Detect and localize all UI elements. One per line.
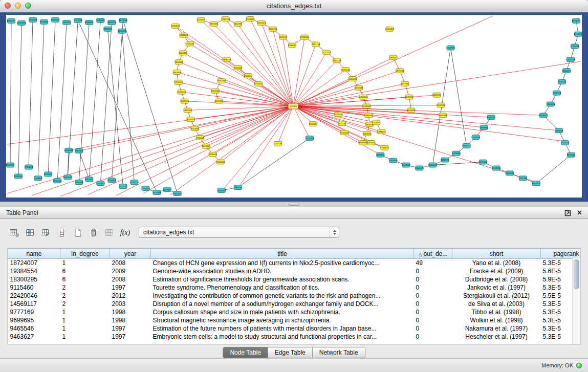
- graph-node[interactable]: 1285945: [377, 129, 386, 134]
- graph-node[interactable]: 1022045: [402, 163, 410, 167]
- graph-node[interactable]: 1785345: [380, 145, 389, 150]
- graph-node[interactable]: 9452402: [173, 191, 182, 196]
- graph-node[interactable]: 3067245: [211, 89, 220, 93]
- cell-year[interactable]: 1997: [110, 333, 151, 341]
- cell-in_degree[interactable]: 1: [60, 316, 110, 324]
- graph-node[interactable]: 1736455: [107, 178, 116, 183]
- graph-node[interactable]: 1242204: [567, 57, 575, 62]
- new-table-button[interactable]: [71, 226, 84, 240]
- graph-node[interactable]: 1849545: [432, 93, 441, 97]
- cell-in_degree[interactable]: 6: [60, 275, 110, 283]
- table-row[interactable]: 1872400712008Changes of HCN gene express…: [8, 259, 581, 268]
- cell-name[interactable]: 18300295: [8, 275, 60, 283]
- cell-out_degree[interactable]: 0: [414, 283, 452, 292]
- column-header-pagerank[interactable]: pagerank: [541, 249, 581, 259]
- cell-in_degree[interactable]: 6: [60, 267, 110, 275]
- graph-node[interactable]: 1275145: [174, 80, 183, 84]
- cell-out_degree[interactable]: 0: [414, 333, 452, 341]
- graph-node[interactable]: 1420445: [179, 51, 187, 55]
- graph-node[interactable]: 1938455: [103, 27, 112, 31]
- cell-in_degree[interactable]: 2: [60, 292, 110, 300]
- graph-node[interactable]: 8549345: [405, 95, 413, 99]
- graph-node[interactable]: 2080745: [487, 115, 496, 120]
- graph-node[interactable]: 1961745: [312, 42, 320, 47]
- graph-node[interactable]: 1664745: [234, 21, 243, 26]
- table-row[interactable]: 946362711997Embryonic stem cells: a mode…: [8, 333, 581, 341]
- graph-node[interactable]: 1274045: [452, 151, 461, 156]
- cell-out_degree[interactable]: 0: [414, 316, 452, 324]
- cell-title[interactable]: Structural magnetic resonance image aver…: [151, 316, 414, 324]
- graph-node[interactable]: 2671345: [217, 78, 226, 83]
- graph-node[interactable]: 2002945: [217, 188, 226, 193]
- cell-year[interactable]: 2009: [110, 267, 151, 275]
- graph-node[interactable]: 1902903: [96, 181, 105, 186]
- graph-node[interactable]: 1845045: [567, 152, 576, 157]
- minimize-window-button[interactable]: [15, 3, 21, 9]
- table-row[interactable]: 911546021997Tourette syndrome. Phenomeno…: [8, 283, 581, 292]
- cell-out_degree[interactable]: 0: [414, 308, 452, 316]
- cell-in_degree[interactable]: 1: [60, 333, 110, 341]
- graph-node[interactable]: 1854945: [363, 132, 372, 136]
- graph-node[interactable]: 9154645: [574, 32, 582, 36]
- graph-node[interactable]: 1621345: [183, 108, 192, 113]
- graph-node[interactable]: 1456911: [62, 20, 71, 25]
- graph-node[interactable]: 2240045: [197, 17, 206, 22]
- cell-short[interactable]: de Silva et al. (2003): [452, 300, 541, 308]
- vertical-scrollbar[interactable]: [572, 258, 580, 344]
- graph-node[interactable]: 1210345: [555, 128, 563, 133]
- window-titlebar[interactable]: citations_edges.txt: [0, 0, 588, 12]
- graph-node[interactable]: 2646045: [7, 18, 16, 23]
- column-settings-button[interactable]: [7, 226, 21, 240]
- graph-node[interactable]: 7613445: [202, 144, 211, 148]
- cell-in_degree[interactable]: 1: [60, 324, 110, 333]
- split-divider[interactable]: [0, 202, 588, 207]
- graph-node[interactable]: 2211409: [53, 179, 62, 183]
- cell-out_degree[interactable]: 0: [414, 267, 452, 275]
- network-canvas[interactable]: 2646045185304426444609115460224200414569…: [6, 15, 582, 198]
- graph-node[interactable]: 2685145: [333, 58, 341, 63]
- graph-node[interactable]: 7254445: [196, 136, 205, 140]
- cell-year[interactable]: 1998: [110, 316, 151, 324]
- graph-node[interactable]: 7485035: [389, 55, 398, 60]
- cell-name[interactable]: 9699695: [8, 316, 60, 324]
- cell-title[interactable]: Estimation of the future numbers of pati…: [151, 324, 414, 333]
- graph-node[interactable]: 1461445: [547, 102, 555, 106]
- graph-node[interactable]: 1708145: [471, 135, 480, 140]
- cell-in_degree[interactable]: 1: [60, 308, 110, 316]
- graph-node[interactable]: 1427145: [338, 121, 346, 126]
- graph-node[interactable]: 1895345: [462, 143, 471, 148]
- graph-node[interactable]: 3127045: [334, 112, 343, 117]
- column-header-year[interactable]: year: [110, 249, 151, 259]
- close-window-button[interactable]: [5, 3, 11, 9]
- graph-node[interactable]: 9115460: [40, 19, 49, 24]
- graph-node[interactable]: 1872400: [119, 18, 127, 23]
- cell-title[interactable]: Tourette syndrome. Phenomenology and cla…: [151, 283, 414, 292]
- graph-node[interactable]: 3220345: [269, 27, 277, 31]
- column-header-name[interactable]: name: [8, 249, 60, 259]
- column-header-short[interactable]: short: [452, 249, 541, 259]
- graph-node[interactable]: 1215488: [385, 27, 394, 31]
- graph-node[interactable]: 9713345: [190, 126, 199, 131]
- cell-year[interactable]: 2003: [110, 300, 151, 308]
- edit-columns-button[interactable]: [39, 226, 53, 240]
- graph-node[interactable]: 1854404: [428, 163, 437, 167]
- table-row[interactable]: 969969511998Structural magnetic resonanc…: [8, 316, 581, 324]
- cell-title[interactable]: Changes of HCN gene expression and I(f) …: [151, 259, 414, 268]
- graph-node[interactable]: 2644460: [29, 17, 37, 22]
- cell-year[interactable]: 1998: [110, 308, 151, 316]
- graph-node[interactable]: 6774204: [561, 140, 570, 145]
- graph-node[interactable]: 9465546: [96, 18, 105, 23]
- graph-node[interactable]: 5051341: [85, 177, 94, 182]
- graph-node[interactable]: 1004445: [234, 65, 243, 70]
- graph-node[interactable]: 1207045: [372, 120, 381, 125]
- graph-node[interactable]: 2180204: [130, 180, 139, 185]
- cell-title[interactable]: Investigating the contribution of common…: [151, 292, 414, 300]
- graph-node[interactable]: 1590755: [75, 180, 83, 185]
- graph-node[interactable]: 1861345: [257, 20, 266, 25]
- cell-short[interactable]: Jankovic et al. (1997): [452, 283, 541, 292]
- graph-node[interactable]: 2389145: [441, 158, 449, 162]
- graph-node[interactable]: 1160445: [349, 76, 357, 81]
- table-row[interactable]: 2242004622012Investigating the contribut…: [8, 292, 581, 300]
- graph-node[interactable]: 7610445: [216, 160, 225, 164]
- table-row[interactable]: 1830029562008Estimation of significance …: [8, 275, 581, 283]
